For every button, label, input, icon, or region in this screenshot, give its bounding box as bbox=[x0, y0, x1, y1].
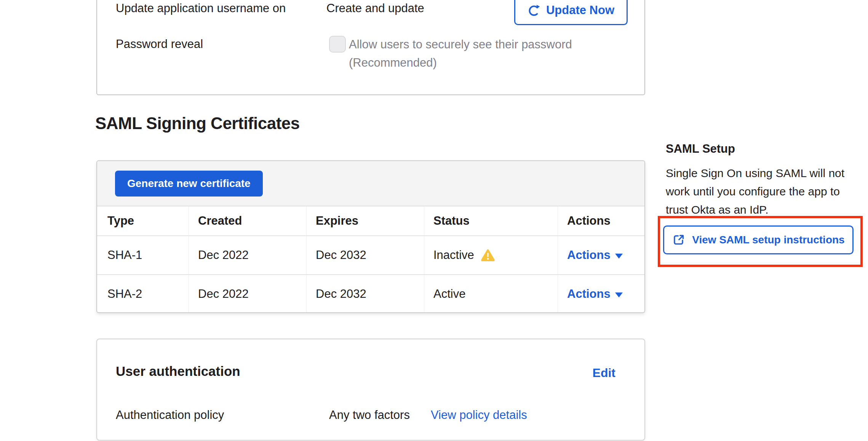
auth-policy-label: Authentication policy bbox=[116, 408, 224, 422]
update-now-button[interactable]: Update Now bbox=[514, 0, 628, 25]
certificates-table: Type Created Expires Status Actions SHA-… bbox=[97, 206, 644, 313]
status-text: Inactive bbox=[433, 248, 474, 262]
column-header-created: Created bbox=[189, 206, 307, 235]
actions-label: Actions bbox=[567, 287, 611, 301]
status-text: Active bbox=[433, 287, 465, 301]
saml-setup-description: Single Sign On using SAML will not work … bbox=[666, 164, 864, 219]
table-row: SHA-2 Dec 2022 Dec 2032 Active Actions bbox=[97, 274, 644, 313]
column-header-status: Status bbox=[424, 206, 558, 235]
username-update-value: Create and update bbox=[326, 2, 424, 15]
column-header-type: Type bbox=[97, 206, 189, 235]
certificates-panel: Generate new certificate Type Created Ex… bbox=[96, 160, 645, 313]
caret-down-icon bbox=[615, 292, 623, 297]
cert-actions-cell: Actions bbox=[558, 275, 644, 313]
app-settings-card: Update application username on Create an… bbox=[96, 0, 645, 95]
view-saml-instructions-label: View SAML setup instructions bbox=[692, 234, 844, 246]
update-now-label: Update Now bbox=[546, 3, 614, 17]
generate-certificate-button[interactable]: Generate new certificate bbox=[115, 171, 263, 197]
actions-dropdown[interactable]: Actions bbox=[567, 248, 623, 262]
actions-dropdown[interactable]: Actions bbox=[567, 287, 623, 301]
description-line: Single Sign On using SAML will not bbox=[666, 164, 864, 182]
username-update-label: Update application username on bbox=[116, 2, 286, 15]
auth-policy-value: Any two factors bbox=[329, 408, 410, 422]
saml-setup-heading: SAML Setup bbox=[666, 142, 735, 156]
certificates-toolbar: Generate new certificate bbox=[97, 161, 644, 206]
cert-expires-cell: Dec 2032 bbox=[307, 236, 424, 274]
edit-button[interactable]: Edit bbox=[593, 366, 615, 380]
cert-created-cell: Dec 2022 bbox=[189, 236, 307, 274]
external-link-icon bbox=[672, 233, 686, 247]
view-policy-details-link[interactable]: View policy details bbox=[431, 408, 527, 422]
cert-status-cell: Active bbox=[424, 275, 558, 313]
warning-icon bbox=[481, 249, 495, 261]
refresh-icon bbox=[528, 4, 540, 17]
description-line: work until you configure the app to bbox=[666, 182, 864, 201]
user-auth-heading: User authentication bbox=[116, 364, 240, 379]
saml-certificates-heading: SAML Signing Certificates bbox=[95, 114, 300, 133]
checkbox-text: Allow users to securely see their passwo… bbox=[349, 38, 572, 51]
table-row: SHA-1 Dec 2022 Dec 2032 Inactive Actions bbox=[97, 235, 644, 274]
column-header-expires: Expires bbox=[307, 206, 424, 235]
caret-down-icon bbox=[615, 254, 623, 259]
cert-created-cell: Dec 2022 bbox=[189, 275, 307, 313]
table-header-row: Type Created Expires Status Actions bbox=[97, 206, 644, 235]
view-saml-instructions-button[interactable]: View SAML setup instructions bbox=[663, 225, 854, 254]
cert-type-cell: SHA-1 bbox=[97, 236, 189, 274]
cert-status-cell: Inactive bbox=[424, 236, 558, 274]
user-authentication-card: User authentication Edit Authentication … bbox=[96, 339, 645, 441]
password-reveal-label: Password reveal bbox=[116, 37, 203, 51]
cert-type-cell: SHA-2 bbox=[97, 275, 189, 313]
checkbox-note: (Recommended) bbox=[349, 56, 437, 70]
column-header-actions: Actions bbox=[558, 206, 644, 235]
cert-actions-cell: Actions bbox=[558, 236, 644, 274]
password-reveal-checkbox[interactable] bbox=[329, 36, 346, 53]
cert-expires-cell: Dec 2032 bbox=[307, 275, 424, 313]
actions-label: Actions bbox=[567, 248, 611, 262]
